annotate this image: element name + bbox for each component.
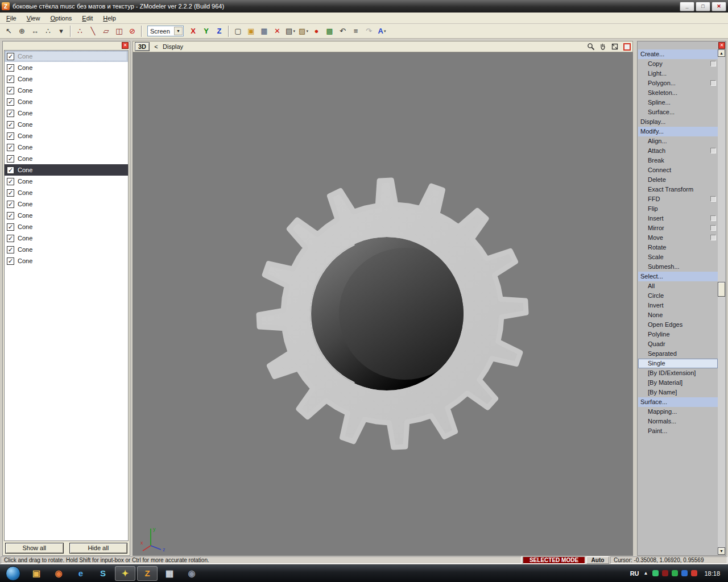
cmd-options-checkbox[interactable] [710, 215, 716, 221]
object-row-cone[interactable]: ✓Cone [5, 153, 128, 164]
scroll-up-icon[interactable]: ▲ [718, 49, 725, 57]
object-row-cone[interactable]: ✓Cone [5, 210, 128, 221]
edges-level-icon[interactable]: ╲ [86, 25, 100, 38]
cmd-open-edges[interactable]: Open Edges [638, 320, 718, 330]
new-file-icon[interactable]: ▢ [231, 25, 245, 38]
tray-icon-5[interactable] [691, 570, 697, 576]
cmd-copy[interactable]: Copy [638, 59, 718, 69]
cmd-rotate[interactable]: Rotate [638, 243, 718, 252]
cmd-submesh[interactable]: Submesh... [638, 262, 718, 272]
tray-icon-2[interactable] [662, 570, 668, 576]
tray-icon-4[interactable] [681, 570, 688, 576]
maximize-view-icon[interactable] [623, 43, 631, 51]
start-button[interactable] [6, 566, 20, 581]
taskbar-skype-icon[interactable]: S [93, 566, 113, 581]
show-all-button[interactable]: Show all [5, 543, 64, 554]
cmd-surface[interactable]: Surface... [638, 107, 718, 117]
pan-hand-icon[interactable] [598, 42, 607, 51]
cmd-align[interactable]: Align... [638, 136, 718, 146]
maximize-button[interactable]: □ [696, 2, 710, 11]
auto-toggle[interactable]: Auto [586, 556, 609, 564]
cmd-attach[interactable]: Attach [638, 146, 718, 156]
cmd-separated[interactable]: Separated [638, 349, 718, 359]
object-row-cone[interactable]: ✓Cone [5, 73, 128, 85]
taskbar-internet-explorer-icon[interactable]: e [71, 566, 91, 581]
cmd-options-checkbox[interactable] [710, 225, 716, 231]
cmd-spline[interactable]: Spline... [638, 98, 718, 107]
object-row-cone[interactable]: ✓Cone [5, 85, 128, 96]
object-visibility-checkbox[interactable]: ✓ [7, 223, 14, 231]
object-visibility-checkbox[interactable]: ✓ [7, 110, 14, 117]
object-row-cone[interactable]: ✓Cone [5, 176, 128, 187]
polygons-level-icon[interactable]: ▱ [100, 25, 113, 38]
cmd-by-name[interactable]: [By Name] [638, 388, 718, 397]
clock[interactable]: 18:18 [704, 570, 720, 577]
object-row-cone[interactable]: ✓Cone [5, 244, 128, 255]
cmd-surface[interactable]: Surface... [638, 397, 718, 407]
gear-model[interactable] [133, 52, 633, 556]
object-visibility-checkbox[interactable]: ✓ [7, 121, 14, 128]
object-visibility-checkbox[interactable]: ✓ [7, 87, 14, 94]
select-add-icon[interactable]: ⊕ [15, 25, 28, 38]
object-row-cone[interactable]: ✓Cone [5, 232, 128, 244]
cmd-by-id-extension[interactable]: [By ID/Extension] [638, 368, 718, 378]
object-row-cone[interactable]: ✓Cone [5, 62, 128, 73]
cmd-circle[interactable]: Circle [638, 291, 718, 301]
taskbar-zmodeler-icon[interactable]: Z [137, 566, 158, 581]
none-level-icon[interactable]: ⊘ [126, 25, 139, 38]
cmd-move[interactable]: Move [638, 233, 718, 243]
open-file-icon[interactable]: ▣ [245, 25, 258, 38]
taskbar-media-app-icon[interactable]: ◉ [181, 566, 202, 581]
cmd-display[interactable]: Display... [638, 117, 718, 127]
taskbar-explorer-icon[interactable]: ▣ [26, 566, 47, 581]
minimize-button[interactable]: _ [680, 2, 694, 11]
cmd-options-checkbox[interactable] [710, 196, 716, 202]
cmd-modify[interactable]: Modify... [638, 127, 718, 136]
material-icon[interactable]: ● [310, 25, 323, 38]
hide-all-button[interactable]: Hide all [69, 543, 128, 554]
move-mode-icon[interactable]: ↔ [28, 25, 42, 38]
cmd-polyline[interactable]: Polyline [638, 330, 718, 339]
cmd-break[interactable]: Break [638, 156, 718, 165]
cmd-options-checkbox[interactable] [710, 80, 716, 86]
menu-file[interactable]: File [1, 13, 22, 23]
close-panel-icon[interactable]: ✕ [122, 42, 129, 49]
object-row-cone[interactable]: ✓Cone [5, 221, 128, 232]
axis-z-button[interactable]: Z [213, 25, 226, 38]
objects-level-icon[interactable]: ◫ [113, 25, 126, 38]
vertex-mode-icon[interactable]: ∴ [42, 25, 55, 38]
cmd-delete[interactable]: Delete [638, 175, 718, 185]
back-button[interactable]: < [152, 43, 160, 51]
object-visibility-checkbox[interactable]: ✓ [7, 167, 14, 174]
cmd-by-material[interactable]: [By Material] [638, 378, 718, 388]
object-visibility-checkbox[interactable]: ✓ [7, 189, 14, 197]
cmd-paint[interactable]: Paint... [638, 426, 718, 436]
menu-help[interactable]: Help [98, 13, 121, 23]
taskbar-calculator-icon[interactable]: ▦ [159, 566, 180, 581]
close-panel-icon[interactable]: ✕ [718, 42, 725, 49]
view-mode-button[interactable]: 3D [135, 42, 150, 51]
object-row-cone[interactable]: ✓Cone [5, 107, 128, 119]
object-visibility-checkbox[interactable]: ✓ [7, 155, 14, 163]
zoom-icon[interactable] [586, 42, 595, 51]
tray-overflow-icon[interactable]: ▲ [644, 571, 648, 576]
tray-icon-3[interactable] [672, 570, 678, 576]
levels-icon[interactable]: ▤▾ [284, 25, 297, 38]
title-bar[interactable]: Z боковые стёкла musc без матов и тексту… [0, 0, 728, 13]
object-visibility-checkbox[interactable]: ✓ [7, 246, 14, 253]
cmd-mirror[interactable]: Mirror [638, 223, 718, 233]
menu-edit[interactable]: Edit [77, 13, 98, 23]
log-icon[interactable]: ≡ [349, 25, 362, 38]
axis-y-button[interactable]: Y [200, 25, 213, 38]
cmd-ffd[interactable]: FFD [638, 194, 718, 204]
delete-icon[interactable]: ✕ [271, 25, 284, 38]
scroll-down-icon[interactable]: ▼ [718, 547, 725, 555]
object-row-cone[interactable]: ✓Cone [5, 198, 128, 210]
modes-dropdown-icon[interactable]: ▾ [55, 25, 68, 38]
close-button[interactable]: ✕ [712, 2, 726, 11]
object-visibility-checkbox[interactable]: ✓ [7, 76, 14, 83]
vertices-level-icon[interactable]: ∴ [73, 25, 86, 38]
screen-combobox[interactable]: Screen▼ [147, 26, 184, 36]
language-indicator[interactable]: RU [630, 570, 639, 577]
object-visibility-checkbox[interactable]: ✓ [7, 64, 14, 72]
